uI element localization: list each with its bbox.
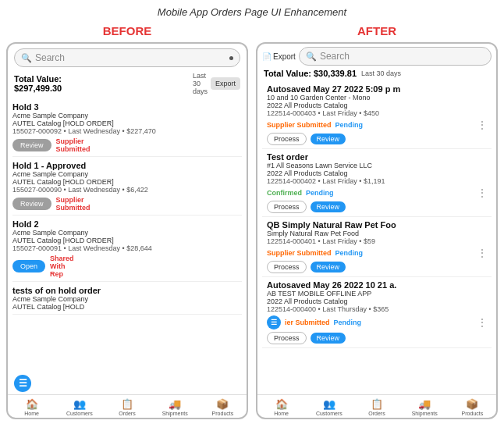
export-icon: 📄	[262, 52, 272, 61]
before-order-company-4: Acme Sample Company	[12, 295, 242, 303]
after-process-btn-4[interactable]: Process	[267, 332, 307, 344]
after-order-action-row-1: Process Review	[267, 133, 487, 145]
after-order-company-2: #1 All Seasons Lawn Service LLC	[267, 162, 487, 169]
after-nav-customers[interactable]: 👥 Customers	[305, 398, 353, 416]
before-order-catalog-1: AUTEL Catalog [HOLD ORDER]	[12, 119, 242, 127]
after-search-bar: 🔍 Search	[299, 47, 492, 66]
after-status2-3: Pending	[335, 249, 364, 257]
after-home-icon: 🏠	[275, 398, 288, 410]
before-search-bar: 🔍 Search	[14, 48, 240, 67]
after-orders-icon: 📋	[371, 398, 383, 410]
before-last-days-block: Last30days Export	[193, 72, 240, 95]
after-order-action-row-3: Process Review	[267, 261, 487, 273]
before-total-amount: $297,499.30	[14, 84, 62, 93]
before-nav-products[interactable]: 📦 Products	[199, 398, 247, 416]
before-total-block: Total Value: $297,499.30	[14, 74, 62, 93]
after-order-title-1: Autosaved May 27 2022 5:09 p m	[267, 84, 487, 94]
after-order-list: Autosaved May 27 2022 5:09 p m 10 and 10…	[257, 81, 496, 394]
after-more-btn-1[interactable]: ⋮	[477, 119, 487, 130]
after-nav-shipments[interactable]: 🚚 Shipments	[401, 398, 449, 416]
after-shipments-icon: 🚚	[418, 398, 431, 410]
before-order-status-row-2: Review SupplierSubmitted	[12, 196, 242, 212]
after-process-btn-1[interactable]: Process	[267, 133, 307, 145]
orders-icon: 📋	[121, 398, 133, 410]
before-nav-orders[interactable]: 📋 Orders	[103, 398, 151, 416]
before-order-title-1: Hold 3	[12, 102, 242, 112]
before-order-title-4: tests of on hold order	[12, 286, 242, 295]
after-status2-4: Pending	[334, 319, 362, 326]
after-total-value: Total Value: $30,339.81	[264, 69, 357, 78]
search-icon: 🔍	[21, 53, 32, 63]
after-order-title-3: QB Simply Natural Raw Pet Foo	[267, 220, 487, 230]
before-nav-customers[interactable]: 👥 Customers	[55, 398, 103, 416]
after-export-label: Export	[273, 52, 296, 61]
after-more-btn-3[interactable]: ⋮	[477, 248, 487, 258]
before-nav-home-label: Home	[24, 411, 39, 416]
after-more-btn-2[interactable]: ⋮	[477, 187, 487, 198]
before-order-company-3: Acme Sample Company	[12, 229, 242, 237]
after-order-meta-4: 122514-000400 • Last Thursday • $365	[267, 305, 487, 313]
after-header: AFTER	[256, 21, 498, 42]
before-order-list: Hold 3 Acme Sample Company AUTEL Catalog…	[8, 98, 247, 372]
before-nav-customers-label: Customers	[66, 411, 93, 416]
after-order-action-row-4: Process Review	[267, 332, 487, 344]
before-bottom-nav: 🏠 Home 👥 Customers 📋 Orders 🚚 Shipments …	[8, 394, 247, 418]
after-review-btn-4[interactable]: Review	[311, 333, 346, 344]
before-nav-home[interactable]: 🏠 Home	[8, 398, 55, 416]
after-status1-1: Supplier Submitted	[267, 121, 332, 129]
after-status1-4: ier Submitted	[285, 319, 330, 326]
before-order-title-2: Hold 1 - Approved	[12, 161, 242, 170]
after-nav-products-label: Products	[462, 411, 484, 416]
products-icon: 📦	[216, 398, 229, 410]
before-review-btn-1[interactable]: Review	[12, 139, 51, 151]
after-order-meta-1: 122514-000403 • Last Friday • $450	[267, 109, 487, 117]
home-icon: 🏠	[26, 398, 38, 410]
after-more-btn-4[interactable]: ⋮	[477, 317, 487, 328]
before-order-status-row-3: Open SharedWithRep	[12, 255, 242, 278]
before-order-company-1: Acme Sample Company	[12, 112, 242, 119]
after-order-meta-3: 122514-000401 • Last Friday • $59	[267, 237, 487, 245]
after-bottom-nav: 🏠 Home 👥 Customers 📋 Orders 🚚 Shipments …	[257, 394, 496, 418]
after-nav-home[interactable]: 🏠 Home	[257, 398, 305, 416]
before-last-days: Last30days	[193, 72, 208, 95]
before-export-button[interactable]: Export	[211, 77, 240, 90]
fab-icon-4[interactable]: ☰	[267, 315, 281, 329]
after-order-catalog-2: 2022 All Products Catalog	[267, 169, 487, 177]
after-nav-products[interactable]: 📦 Products	[449, 398, 496, 416]
after-status2-2: Pending	[306, 189, 334, 197]
after-search-icon: 🔍	[306, 52, 317, 62]
fab-menu-button[interactable]: ☰	[14, 375, 31, 392]
after-export-button[interactable]: 📄 Export	[262, 52, 296, 61]
after-review-btn-1[interactable]: Review	[311, 134, 346, 144]
page-title: Mobile App Orders Page UI Enhancement	[0, 0, 504, 21]
after-review-btn-3[interactable]: Review	[311, 262, 346, 272]
before-order-item-3: Hold 2 Acme Sample Company AUTEL Catalog…	[12, 216, 242, 282]
before-nav-products-label: Products	[212, 411, 234, 416]
after-review-btn-2[interactable]: Review	[311, 201, 346, 212]
before-order-title-3: Hold 2	[12, 219, 242, 229]
before-review-btn-2[interactable]: Review	[12, 198, 51, 210]
before-open-btn-3[interactable]: Open	[12, 260, 45, 272]
after-order-title-4: Autosaved May 26 2022 10 21 a.	[267, 280, 487, 290]
after-order-item-4: Autosaved May 26 2022 10 21 a. AB TEST M…	[262, 277, 492, 348]
before-total-label: Total Value:	[14, 74, 62, 84]
after-status2-1: Pending	[335, 121, 364, 129]
after-order-status-row-4: ☰ ier Submitted Pending ⋮	[267, 315, 487, 329]
after-nav-orders-label: Orders	[368, 411, 385, 416]
before-order-item-2: Hold 1 - Approved Acme Sample Company AU…	[12, 157, 242, 216]
after-column: AFTER 📄 Export 🔍 Search Total Value: $30…	[256, 21, 498, 419]
after-process-btn-3[interactable]: Process	[267, 261, 307, 273]
before-status-text-2: SupplierSubmitted	[56, 196, 91, 212]
after-total-row: Total Value: $30,339.81 Last 30 days	[257, 67, 496, 81]
after-process-btn-2[interactable]: Process	[267, 201, 307, 213]
before-nav-shipments[interactable]: 🚚 Shipments	[151, 398, 199, 416]
after-order-status-row-2: Confirmed Pending ⋮	[267, 187, 487, 198]
after-nav-orders[interactable]: 📋 Orders	[353, 398, 400, 416]
before-order-catalog-4: AUTEL Catalog [HOLD	[12, 303, 242, 311]
before-column: BEFORE 🔍 Search Total Value: $297,499.30…	[6, 21, 248, 419]
after-order-company-3: Simply Natural Raw Pet Food	[267, 230, 487, 237]
before-order-status-row-1: Review SupplierSubmitted	[12, 137, 242, 153]
after-order-status-row-3: Supplier Submitted Pending ⋮	[267, 248, 487, 258]
before-search-text: Search	[35, 52, 229, 63]
before-header: BEFORE	[6, 21, 248, 42]
